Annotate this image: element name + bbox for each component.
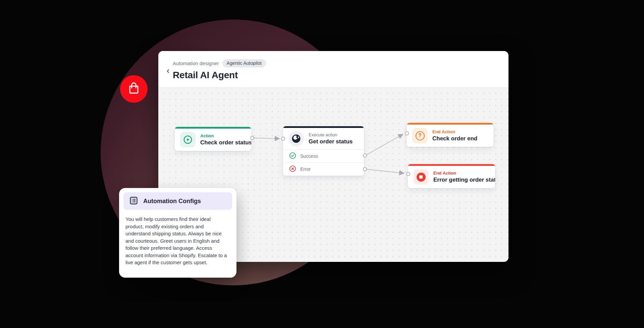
- branch-label: Error: [300, 167, 311, 172]
- x-circle-icon: [289, 165, 296, 174]
- back-button[interactable]: ‹: [164, 66, 172, 75]
- breadcrumb-label: Automation designer: [173, 60, 219, 66]
- branch-label: Success: [300, 153, 318, 159]
- node-type-label: Execute action: [309, 132, 353, 137]
- chevron-left-icon: ‹: [167, 65, 170, 76]
- node-title: Check order status: [200, 139, 252, 146]
- check-circle-icon: [289, 152, 296, 160]
- node-title: Get order status: [309, 138, 353, 145]
- config-card-title: Automation Configs: [143, 198, 201, 205]
- port-input-error-getting-order-status[interactable]: [406, 172, 410, 176]
- node-type-label: End Action: [432, 129, 477, 134]
- play-icon: [180, 132, 196, 147]
- port-input-get-order-status[interactable]: [281, 137, 285, 141]
- page-title: Retail AI Agent: [173, 70, 238, 81]
- automation-configs-card: Automation Configs You will help custome…: [119, 188, 236, 278]
- window-header: ‹ Automation designer Agentic Autopilot …: [158, 51, 508, 88]
- branch-error[interactable]: Error: [283, 162, 364, 176]
- node-get-order-status[interactable]: Execute action Get order status Success: [283, 126, 364, 176]
- config-card-body: You will help customers find their ideal…: [123, 210, 232, 266]
- node-check-order-end[interactable]: ? End Action Check order end: [407, 123, 494, 147]
- port-output-check-order-status[interactable]: [250, 136, 254, 140]
- automation-configs-header: Automation Configs: [123, 192, 232, 210]
- node-title: Error getting order status: [433, 177, 495, 183]
- shopping-bag-icon: [126, 81, 141, 97]
- breadcrumb: Automation designer Agentic Autopilot: [173, 59, 266, 67]
- node-check-order-status[interactable]: Action Check order status: [174, 127, 252, 151]
- port-output-success[interactable]: [363, 153, 367, 157]
- node-type-label: Action: [200, 133, 252, 138]
- node-error-getting-order-status[interactable]: End Action Error getting order status: [408, 164, 495, 188]
- shopify-badge: [120, 75, 148, 103]
- question-circle-icon: ?: [412, 128, 428, 143]
- node-type-label: End Action: [433, 171, 495, 176]
- globe-icon: [288, 131, 304, 146]
- node-title: Check order end: [432, 135, 477, 142]
- stop-circle-icon: [413, 169, 429, 185]
- branch-success[interactable]: Success: [283, 149, 364, 162]
- question-mark: ?: [418, 133, 422, 139]
- agentic-autopilot-badge: Agentic Autopilot: [222, 59, 266, 67]
- port-output-error[interactable]: [363, 167, 367, 171]
- port-input-check-order-end[interactable]: [405, 131, 409, 135]
- list-icon: [129, 196, 138, 206]
